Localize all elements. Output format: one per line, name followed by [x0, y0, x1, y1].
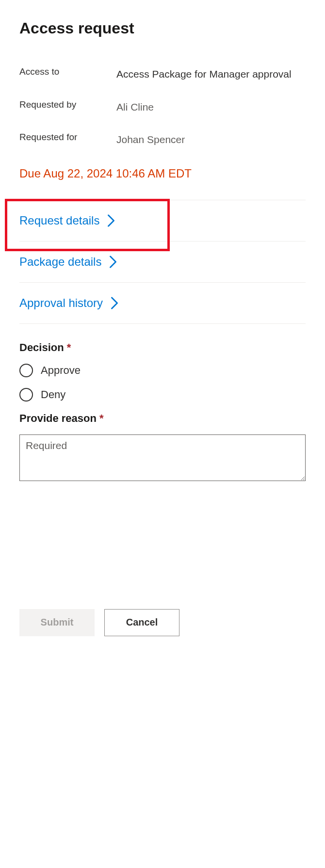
radio-label-approve: Approve — [41, 364, 81, 377]
expander-label-request-details: Request details — [19, 214, 99, 227]
radio-circle-icon — [19, 364, 33, 377]
due-text: Due Aug 22, 2024 10:46 AM EDT — [19, 167, 306, 180]
expander-request-details[interactable]: Request details — [19, 200, 306, 241]
decision-label: Decision * — [19, 341, 306, 354]
chevron-right-icon — [111, 297, 118, 309]
field-label-requested-for: Requested for — [19, 132, 116, 143]
required-marker: * — [99, 412, 104, 424]
page-title: Access request — [19, 19, 306, 37]
chevron-right-icon — [109, 256, 117, 268]
chevron-right-icon — [107, 214, 115, 227]
required-marker: * — [67, 341, 71, 354]
field-value-requested-by: Ali Cline — [116, 99, 154, 115]
field-value-requested-for: Johan Spencer — [116, 132, 185, 147]
radio-deny[interactable]: Deny — [19, 388, 306, 402]
field-access-to: Access to Access Package for Manager app… — [19, 66, 306, 82]
field-value-access-to: Access Package for Manager approval — [116, 66, 292, 82]
expander-approval-history[interactable]: Approval history — [19, 282, 306, 324]
reason-textarea[interactable] — [19, 434, 306, 481]
expander-package-details[interactable]: Package details — [19, 241, 306, 282]
field-requested-for: Requested for Johan Spencer — [19, 132, 306, 147]
field-label-requested-by: Requested by — [19, 99, 116, 110]
radio-circle-icon — [19, 388, 33, 402]
submit-button[interactable]: Submit — [19, 609, 95, 636]
field-label-access-to: Access to — [19, 66, 116, 77]
radio-approve[interactable]: Approve — [19, 364, 306, 377]
expander-label-approval-history: Approval history — [19, 296, 103, 310]
cancel-button[interactable]: Cancel — [104, 609, 179, 636]
field-requested-by: Requested by Ali Cline — [19, 99, 306, 115]
expander-label-package-details: Package details — [19, 255, 101, 269]
reason-label: Provide reason * — [19, 412, 306, 425]
radio-label-deny: Deny — [41, 388, 65, 401]
